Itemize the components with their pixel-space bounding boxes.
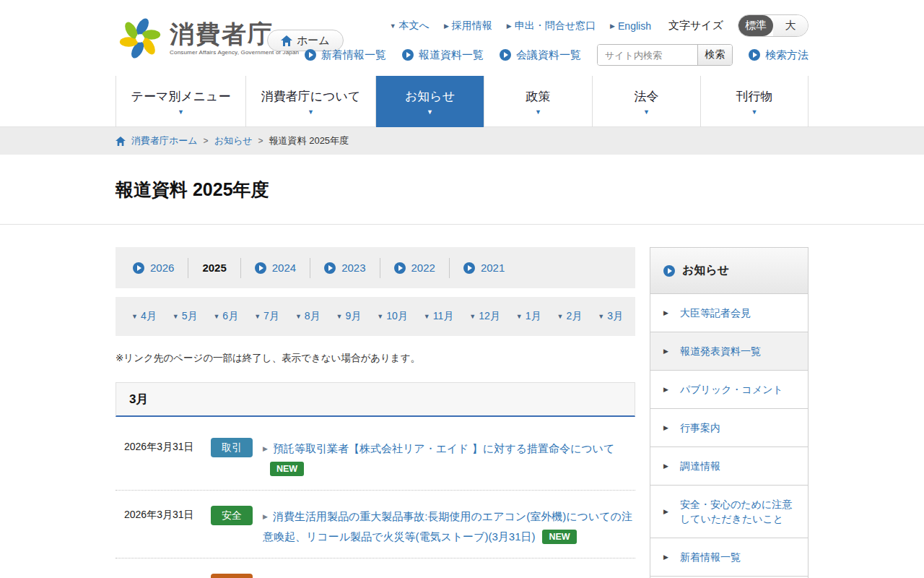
english-link[interactable]: ▶ English — [610, 20, 651, 32]
year-navigation: 2026 2025 2024 2023 2022 2021 — [116, 247, 635, 288]
month-link-7[interactable]: ▼7月 — [254, 310, 279, 323]
nav-theme-menu[interactable]: テーマ別メニュー ▼ — [116, 76, 245, 127]
new-badge: NEW — [542, 530, 576, 544]
recruit-info-link[interactable]: ▶ 採用情報 — [444, 20, 492, 33]
nav-laws[interactable]: 法令 ▼ — [592, 76, 700, 127]
sidebar-column: お知らせ ▶ 大臣等記者会見 ▶ 報道発表資料一覧 ▶ パブリック・コメント ▶… — [650, 247, 808, 578]
triangle-down-icon: ▼ — [557, 313, 564, 320]
nav-about-agency[interactable]: 消費者庁について ▼ — [245, 76, 375, 127]
new-badge: NEW — [270, 462, 304, 476]
search-input[interactable] — [598, 45, 697, 65]
month-link-2[interactable]: ▼2月 — [557, 310, 583, 323]
chevron-down-icon: ▼ — [308, 108, 314, 116]
news-body: ▶第7回現代社会における消費者取引の在り方を踏まえた消費者契約法検討会ワーキング… — [263, 574, 635, 578]
play-circle-icon — [463, 262, 475, 274]
sidebar-item-procurement[interactable]: ▶ 調達情報 — [650, 447, 808, 486]
nav-news[interactable]: お知らせ ▼ — [375, 76, 484, 127]
home-icon — [116, 137, 126, 146]
triangle-down-icon: ▼ — [469, 313, 476, 320]
news-sidebar: お知らせ ▶ 大臣等記者会見 ▶ 報道発表資料一覧 ▶ パブリック・コメント ▶… — [650, 247, 808, 578]
triangle-down-icon: ▼ — [390, 22, 396, 30]
sidebar-item-public-comment[interactable]: ▶ パブリック・コメント — [650, 371, 808, 409]
play-circle-icon — [500, 49, 511, 61]
play-circle-icon — [394, 262, 406, 274]
sidebar-item-events[interactable]: ▶ 行事案内 — [650, 409, 808, 447]
category-badge: 安全 — [211, 506, 253, 525]
month-link-6[interactable]: ▼6月 — [213, 310, 238, 323]
month-link-8[interactable]: ▼8月 — [295, 310, 321, 323]
press-materials-list-link[interactable]: 報道資料一覧 — [402, 48, 484, 62]
news-date: 2026年3月31日 — [124, 574, 205, 578]
utility-links-row: ▼ 本文へ ▶ 採用情報 ▶ 申出・問合せ窓口 ▶ English 文字サイズ … — [390, 14, 808, 37]
link-disclaimer-note: ※リンク先のページの一部は終了し、表示できない場合があります。 — [116, 352, 635, 365]
search-button[interactable]: 検索 — [697, 45, 732, 65]
year-link-2026[interactable]: 2026 — [133, 262, 174, 274]
month-section-heading: 3月 — [116, 382, 635, 417]
month-link-5[interactable]: ▼5月 — [173, 310, 198, 323]
news-date: 2026年3月31日 — [124, 506, 205, 546]
news-item: 2026年3月31日 安全 ▶消費生活用製品の重大製品事故:長期使用のエアコン(… — [116, 490, 635, 558]
month-link-10[interactable]: ▼10月 — [377, 310, 408, 323]
skip-to-content-link[interactable]: ▼ 本文へ — [390, 20, 430, 33]
triangle-down-icon: ▼ — [336, 313, 343, 320]
site-header: 消費者庁 Consumer Affairs Agency, Government… — [0, 0, 924, 76]
year-link-2023[interactable]: 2023 — [324, 262, 365, 274]
divider — [188, 258, 188, 278]
triangle-down-icon: ▼ — [424, 313, 430, 320]
triangle-right-icon: ▶ — [663, 550, 668, 564]
pinwheel-logo-icon — [119, 17, 161, 59]
sidebar-item-press-conference[interactable]: ▶ 大臣等記者会見 — [650, 294, 808, 332]
triangle-down-icon: ▼ — [516, 313, 523, 320]
search-help-link[interactable]: 検索方法 — [749, 48, 808, 62]
divider — [310, 258, 310, 278]
chevron-down-icon: ▼ — [535, 108, 541, 116]
category-badge: 取引 — [211, 438, 253, 457]
month-link-12[interactable]: ▼12月 — [469, 310, 500, 323]
nav-policy[interactable]: 政策 ▼ — [484, 76, 592, 127]
sidebar-item-new-info-list[interactable]: ▶ 新着情報一覧 — [650, 538, 808, 577]
new-info-list-link[interactable]: 新着情報一覧 — [305, 48, 386, 62]
nav-publications[interactable]: 刊行物 ▼ — [700, 76, 808, 127]
year-current-2025: 2025 — [202, 262, 226, 274]
breadcrumb-home-link[interactable]: 消費者庁ホーム — [131, 134, 198, 147]
meeting-materials-list-link[interactable]: 会議資料一覧 — [500, 48, 581, 62]
main-column: 2026 2025 2024 2023 2022 2021 — [116, 247, 635, 578]
category-badge: 制度 — [211, 574, 253, 578]
news-item: 2026年3月31日 取引 ▶預託等取引業者【株式会社リア・エイド 】に対する措… — [116, 423, 635, 490]
year-link-2024[interactable]: 2024 — [255, 262, 296, 274]
play-circle-icon — [305, 49, 316, 61]
triangle-down-icon: ▼ — [295, 313, 302, 320]
font-size-toggle: 標準 大 — [738, 14, 808, 37]
news-link[interactable]: 預託等取引業者【株式会社リア・エイド 】に対する措置命令について — [273, 442, 614, 454]
year-link-2022[interactable]: 2022 — [394, 262, 435, 274]
font-size-standard-button[interactable]: 標準 — [738, 15, 773, 36]
news-link[interactable]: 消費生活用製品の重大製品事故:長期使用のエアコン(室外機)についての注意喚起、リ… — [263, 510, 632, 543]
font-size-large-button[interactable]: 大 — [773, 15, 808, 36]
divider — [240, 258, 241, 278]
page-title: 報道資料 2025年度 — [116, 178, 269, 202]
play-circle-icon — [663, 265, 675, 277]
news-list: 2026年3月31日 取引 ▶預託等取引業者【株式会社リア・エイド 】に対する措… — [116, 423, 635, 578]
breadcrumb-news-link[interactable]: お知らせ — [214, 134, 253, 147]
divider — [449, 258, 450, 278]
sidebar-item-press-release-list[interactable]: ▶ 報道発表資料一覧 — [650, 332, 808, 371]
month-link-1[interactable]: ▼1月 — [516, 310, 541, 323]
contact-window-link[interactable]: ▶ 申出・問合せ窓口 — [507, 20, 596, 33]
chevron-down-icon: ▼ — [178, 108, 184, 116]
content-area: 2026 2025 2024 2023 2022 2021 — [0, 225, 924, 578]
month-link-11[interactable]: ▼11月 — [424, 310, 453, 323]
month-link-3[interactable]: ▼3月 — [598, 310, 623, 323]
page-title-band: 報道資料 2025年度 — [0, 155, 924, 225]
triangle-down-icon: ▼ — [131, 313, 138, 320]
triangle-down-icon: ▼ — [598, 313, 604, 320]
triangle-right-icon: ▶ — [663, 344, 668, 358]
news-date: 2026年3月31日 — [124, 438, 205, 478]
year-link-2021[interactable]: 2021 — [463, 262, 505, 274]
triangle-right-icon: ▶ — [610, 22, 615, 30]
chevron-down-icon: ▼ — [427, 108, 433, 116]
site-search-box: 検索 — [597, 44, 733, 66]
sidebar-item-safety-cautions[interactable]: ▶ 安全・安心のために注意していただきたいこと — [650, 486, 808, 538]
month-link-9[interactable]: ▼9月 — [336, 310, 362, 323]
breadcrumb-separator: > — [204, 136, 209, 146]
month-link-4[interactable]: ▼4月 — [131, 310, 157, 323]
